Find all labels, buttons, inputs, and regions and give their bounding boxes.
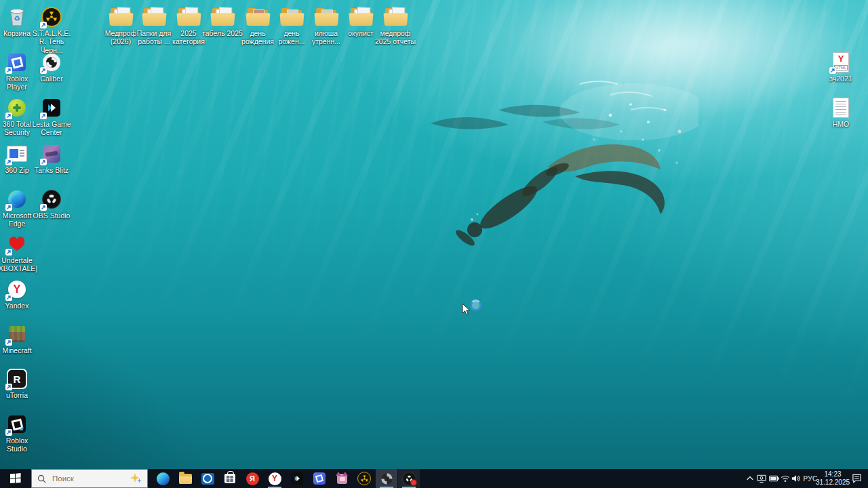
folder-photos-icon: [279, 5, 304, 28]
recording-dot: [410, 479, 417, 486]
shortcut-arrow-icon: [40, 204, 47, 211]
desktop-icon-roblox-studio[interactable]: Roblox Studio: [0, 413, 38, 453]
taskbar-app-lesta[interactable]: [286, 469, 308, 488]
taskbar-app-obs-recording[interactable]: [398, 469, 420, 488]
desktop-icon-caliber[interactable]: Caliber: [31, 51, 73, 83]
yandex-browser-icon: Y: [269, 472, 281, 485]
radiation-icon: [357, 472, 371, 485]
shield-plus-icon: [5, 96, 29, 119]
shortcut-arrow-icon: [5, 67, 12, 74]
shortcut-arrow-icon: [5, 204, 12, 211]
roblox-studio-icon: [5, 413, 29, 436]
text-document-icon: [829, 96, 853, 119]
search-input[interactable]: [51, 474, 121, 483]
action-center-button[interactable]: [849, 469, 864, 488]
tray-volume-icon[interactable]: [791, 469, 802, 488]
shortcut-arrow-icon: [829, 67, 836, 74]
shortcut-arrow-icon: [40, 159, 47, 165]
shortcut-arrow-icon: [5, 339, 12, 346]
busy-spinner-icon: [470, 300, 481, 311]
taskbar-app-yandex-browser[interactable]: Y: [264, 469, 285, 488]
desktop-file-html[interactable]: Y HTML зч2021: [820, 51, 862, 83]
file-explorer-icon: [179, 474, 192, 484]
taskbar-app-roblox[interactable]: [309, 469, 330, 488]
tray-wifi-icon[interactable]: [780, 469, 791, 488]
desktop-icon-undertale[interactable]: Undertale [XBOXTALE]: [0, 232, 38, 273]
search-highlights-sparkle-icon: [130, 473, 142, 484]
desktop-icon-utorria[interactable]: R Roblox Studio uTorria: [0, 367, 38, 399]
start-button[interactable]: [0, 469, 31, 488]
surface-glow: [0, 0, 868, 488]
icon-label: Lesta Game Center: [31, 120, 73, 137]
desktop-icon-stalker[interactable]: S.T.A.L.K.E.R. Тень Черн...: [31, 5, 73, 54]
folder-icon: [210, 5, 235, 28]
tray-hidden-icons-chevron[interactable]: [745, 469, 755, 488]
windows-logo-icon: [10, 473, 21, 484]
shortcut-arrow-icon: [5, 113, 12, 119]
icon-label: Yandex: [0, 302, 38, 310]
desktop-icon-tanks-blitz[interactable]: Tanks Blitz: [31, 142, 73, 174]
icon-label: uTorria: [0, 391, 38, 399]
lesta-icon: [291, 472, 303, 485]
folder-icon: [142, 5, 166, 28]
obs-icon: [39, 188, 64, 211]
taskbar-app-file-explorer[interactable]: [174, 469, 196, 488]
taskbar-app-caliber[interactable]: [376, 469, 397, 488]
freediver-wallpaper-art: [407, 75, 698, 258]
folder-icon: [349, 5, 373, 28]
outlook-icon: [201, 473, 214, 485]
shortcut-arrow-icon: [40, 67, 47, 74]
folder-photos-icon: [245, 5, 270, 28]
tray-date: 31.12.2025: [816, 479, 850, 487]
shortcut-arrow-icon: [5, 159, 12, 165]
shortcut-arrow-icon: [40, 22, 47, 28]
zip-window-icon: [5, 142, 29, 165]
svg-text:♻: ♻: [14, 14, 20, 22]
shortcut-arrow-icon: [5, 384, 12, 390]
taskbar-app-stalker[interactable]: [353, 469, 375, 488]
icon-label: Caliber: [31, 75, 73, 83]
taskbar-app-microsoft-store[interactable]: [219, 469, 241, 488]
taskbar-search-box[interactable]: [31, 469, 148, 488]
shortcut-arrow-icon: [5, 249, 12, 256]
desktop-icon-yandex[interactable]: Y Yandex: [0, 278, 38, 310]
icon-label: Roblox Studio: [0, 436, 38, 453]
utorria-icon: R: [5, 367, 29, 390]
yandex-icon: Y: [5, 278, 29, 301]
caliber-icon: [39, 51, 64, 74]
desktop-icon-obs-studio[interactable]: OBS Studio: [31, 188, 73, 220]
microsoft-store-icon: [224, 474, 235, 483]
taskbar-app-outlook[interactable]: [197, 469, 218, 488]
shortcut-arrow-icon: [5, 429, 12, 436]
taskbar-app-pixel-character[interactable]: [331, 469, 353, 488]
pixel-heart-icon: [5, 232, 29, 256]
desktop-file-nmo[interactable]: НМО: [820, 96, 862, 128]
folder-icon: [108, 5, 133, 28]
folder-icon: [176, 5, 201, 28]
tray-battery-icon[interactable]: [768, 469, 780, 488]
search-icon: [37, 474, 46, 483]
grass-block-icon: [5, 323, 29, 346]
roblox-icon: [313, 472, 326, 485]
icon-label: OBS Studio: [31, 211, 73, 220]
edge-icon: [5, 188, 29, 211]
play-arrows-icon: [39, 96, 64, 119]
taskbar-app-edge[interactable]: [152, 469, 174, 488]
sun-rays: [0, 0, 868, 488]
shortcut-arrow-icon: [40, 113, 47, 119]
caliber-icon: [380, 472, 393, 485]
tanks-blitz-icon: [39, 142, 64, 165]
tray-clock[interactable]: 14:23 31.12.2025: [816, 469, 849, 488]
mouse-cursor-busy: [462, 299, 482, 317]
pixel-character-icon: [337, 474, 347, 484]
tray-time: 14:23: [816, 470, 850, 479]
sun-rays-secondary: [0, 0, 868, 488]
desktop-folder-medprof-2025[interactable]: медпроф 2025 отчеты: [374, 5, 416, 46]
desktop-icon-lesta-game-center[interactable]: Lesta Game Center: [31, 96, 73, 137]
taskbar-app-yandex[interactable]: Я: [241, 469, 263, 488]
recycle-bin-icon: ♻: [5, 5, 29, 28]
tray-display-app-icon[interactable]: [756, 469, 767, 488]
icon-label: Undertale [XBOXTALE]: [0, 256, 38, 273]
desktop-icon-minecraft[interactable]: Minecraft: [0, 323, 38, 354]
icon-label: Tanks Blitz: [31, 166, 73, 174]
